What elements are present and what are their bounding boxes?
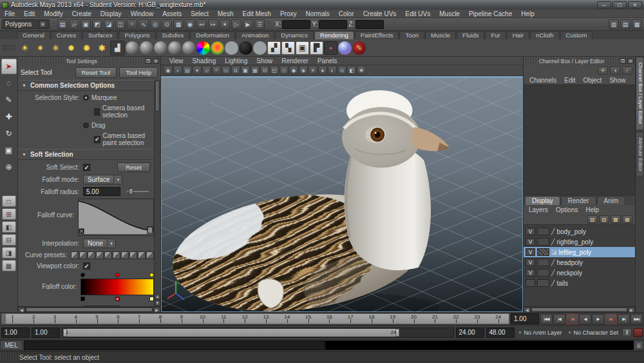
y-coord-field[interactable] [319,20,347,29]
menu-item[interactable]: Window [126,10,158,17]
drag-radio[interactable] [83,123,89,128]
snap-to-view-plane-icon[interactable]: ▦ [173,19,184,30]
channel-box-menu-item[interactable]: Channels [526,77,560,84]
gradient-handle-yellow-icon[interactable] [149,297,154,301]
select-camera-icon[interactable]: ◉ [164,66,173,75]
use-all-lights-icon[interactable]: ✳ [308,66,317,75]
frame-tick[interactable]: 13 [256,314,277,324]
persp-graph-layout-icon[interactable]: ⊟ [2,234,16,246]
viewport-menu-item[interactable]: Lighting [220,57,252,64]
step-forward-frame-button[interactable]: ▶| [618,314,630,324]
auto-keyframe-icon[interactable]: ⚷ [622,328,632,337]
preset-s-curve[interactable] [88,251,95,259]
shelf-tab[interactable]: Fluids [457,31,484,39]
bookmarks-icon[interactable]: ▾ [193,66,202,75]
field-chart-icon[interactable]: ▦ [251,66,260,75]
frame-tick[interactable]: 9 [171,314,192,324]
frame-tick[interactable]: 16 [319,314,340,324]
render-settings-icon[interactable]: ☰ [254,19,265,30]
menu-item[interactable]: Edit Mesh [238,10,275,17]
layer-row[interactable]: ╱ tails [524,278,635,288]
menu-item[interactable]: Assets [158,10,186,17]
playback-end-field[interactable]: 24.00 [456,328,484,338]
range-slider-bar[interactable]: 1 24 [63,329,399,337]
anim-layer-dropdown[interactable]: ▼ No Anim Layer [516,329,564,336]
frame-tick[interactable]: 19 [382,314,403,324]
preset-flat[interactable] [96,251,104,259]
section-common-selection[interactable]: ▼ Common Selection Options [18,80,154,91]
frame-tick[interactable]: 10 [192,314,213,324]
shaded-icon[interactable]: ◆ [289,66,298,75]
shelf-tab[interactable]: Polygons [118,31,155,39]
rotate-tool-icon[interactable]: ↻ [1,126,17,141]
menu-item[interactable]: Edit [19,10,39,17]
layer-visibility-toggle[interactable]: V [526,248,535,256]
current-frame-field[interactable]: 1.00 [511,313,539,324]
viewport-3d-view[interactable] [161,78,523,312]
use-background-icon[interactable] [253,41,267,55]
gradient-handle-black-icon[interactable] [80,297,85,301]
frame-tick[interactable]: 17 [340,314,361,324]
animation-preferences-icon[interactable] [634,328,643,337]
mel-input-field[interactable] [24,340,325,350]
animation-end-field[interactable]: 48.00 [486,328,515,338]
close-panel-icon[interactable]: ✕ [627,58,634,64]
shelf-tab[interactable]: Subdivs [156,31,190,39]
frame-tick[interactable]: 5 [86,314,108,324]
frame-tick[interactable]: 7 [129,314,150,324]
film-gate-icon[interactable]: ▭ [222,66,231,75]
shelf-tab[interactable]: General [17,31,50,39]
falloff-radius-slider[interactable] [127,191,149,192]
script-editor-icon[interactable]: ≣ [634,340,644,350]
resolution-gate-icon[interactable]: ◘ [231,66,240,75]
layer-visibility-toggle[interactable]: V [526,259,535,266]
gradient-stop-black-icon[interactable] [80,273,85,277]
xray-icon[interactable]: ◧ [347,66,356,75]
preset-peak[interactable] [113,251,120,259]
directional-light-icon[interactable]: ✸ [64,41,79,55]
black-hole-shader-icon[interactable] [239,41,252,55]
marquee-radio[interactable] [83,95,89,101]
make-live-icon[interactable]: ◉ [185,19,195,30]
menu-item[interactable]: Color [334,10,359,17]
four-view-layout-icon[interactable]: ⊞ [2,208,16,220]
shelf-tab[interactable]: Dynamics [275,31,314,39]
camera-based-selection-checkbox[interactable] [94,108,100,115]
maximize-button[interactable]: ▢ [612,1,627,8]
menu-item[interactable]: Pipeline Cache [464,10,516,17]
surface-shader-icon[interactable] [225,41,238,55]
shelf-options-icon[interactable] [3,39,15,57]
frame-tick[interactable]: 22 [446,314,467,324]
go-to-start-button[interactable]: |◀◀ [540,314,553,324]
layer-list-horizontal-scrollbar[interactable]: ◀ ▶ [524,306,635,312]
interpolation-dropdown[interactable]: None ▼ [83,239,116,248]
layer-row[interactable]: V ╱ neckpoly [524,268,635,278]
preset-ramp[interactable] [129,251,137,259]
status-grip[interactable] [52,20,55,29]
layer-color-swatch[interactable] [537,269,549,277]
menu-set-dropdown[interactable]: Polygons ▼ [2,19,50,29]
menu-item[interactable]: Help [516,10,539,17]
save-scene-icon[interactable]: ▣ [80,19,91,30]
frame-tick[interactable]: 6 [108,314,129,324]
shelf-tab[interactable]: Curves [51,31,82,39]
ramp-shader-icon[interactable] [196,41,210,55]
preset-valley[interactable] [104,251,112,259]
safe-action-icon[interactable]: ⊡ [260,66,269,75]
soft-select-checkbox[interactable]: ✓ [83,164,90,171]
ipr-render-shelf-icon[interactable]: ▚ [281,41,295,55]
viewport-menu-item[interactable]: View [165,57,188,64]
snap-to-curve-icon[interactable]: ∿ [138,19,149,30]
construction-history-icon[interactable]: ✶ [220,19,230,30]
preset-linear-down[interactable] [71,251,79,259]
soft-select-reset-button[interactable]: Reset [117,162,150,172]
shelf-tab[interactable]: Rendering [314,31,354,39]
frame-tick[interactable]: 3 [44,314,66,324]
layer-color-swatch[interactable] [537,238,549,246]
viewport-menu-item[interactable]: Shading [188,57,221,64]
step-forward-key-button[interactable]: ▶| [605,314,617,324]
scroll-left-icon[interactable]: ◀ [18,307,25,313]
toggle-attribute-editor-icon[interactable]: ▥ [609,19,619,30]
sidebar-tab[interactable]: Attribute Editor [636,132,644,177]
character-set-dropdown[interactable]: ▼ No Character Set [566,329,620,336]
